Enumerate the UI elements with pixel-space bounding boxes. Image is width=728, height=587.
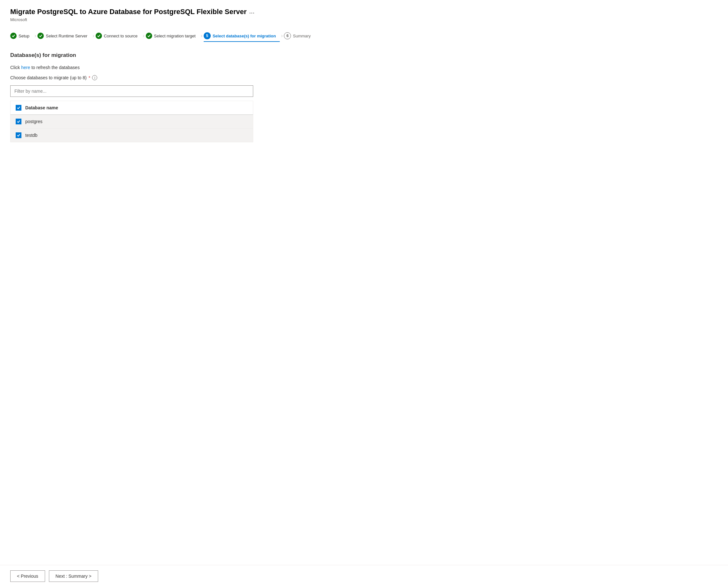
step-check-icon-4 xyxy=(146,32,152,39)
step-label-connect-source: Connect to source xyxy=(104,33,138,38)
step-label-migration-target: Select migration target xyxy=(154,33,196,38)
step-number-icon-6: 6 xyxy=(284,32,291,39)
step-separator-5: › xyxy=(281,33,283,39)
choose-label: Choose databases to migrate (up to 8) * … xyxy=(10,75,718,80)
refresh-text: Click here to refresh the databases xyxy=(10,65,718,70)
database-rows: postgres testdb xyxy=(10,115,253,142)
postgres-db-name: postgres xyxy=(25,119,43,124)
wizard-step-runtime-server[interactable]: Select Runtime Server xyxy=(38,30,91,42)
choose-label-text: Choose databases to migrate (up to 8) xyxy=(10,75,87,80)
step-check-icon-1 xyxy=(10,32,17,39)
db-column-header: Database name xyxy=(25,105,58,110)
wizard-step-migration-target[interactable]: Select migration target xyxy=(146,30,199,42)
next-button[interactable]: Next : Summary > xyxy=(49,570,98,582)
step-check-icon-2 xyxy=(38,32,44,39)
step-label-summary: Summary xyxy=(293,33,311,38)
table-row: postgres xyxy=(10,115,253,128)
step-label-runtime-server: Select Runtime Server xyxy=(46,33,87,38)
required-star: * xyxy=(89,75,90,80)
step-check-icon-3 xyxy=(96,32,102,39)
db-table-header: Database name xyxy=(10,101,253,115)
select-all-checkbox[interactable] xyxy=(16,105,21,111)
step-separator-3: › xyxy=(143,33,144,39)
more-options-icon[interactable]: ··· xyxy=(249,9,255,16)
previous-button[interactable]: < Previous xyxy=(10,570,45,582)
step-label-select-databases: Select database(s) for migration xyxy=(213,33,276,38)
wizard-steps: Setup › Select Runtime Server › Connect … xyxy=(10,30,718,42)
testdb-checkbox[interactable] xyxy=(16,132,21,138)
wizard-step-connect-source[interactable]: Connect to source xyxy=(96,30,142,42)
testdb-db-name: testdb xyxy=(25,133,38,138)
step-label-setup: Setup xyxy=(19,33,29,38)
wizard-step-setup[interactable]: Setup xyxy=(10,30,33,42)
step-separator-1: › xyxy=(34,33,36,39)
wizard-step-summary[interactable]: 6 Summary xyxy=(284,30,314,42)
page-subtitle: Microsoft xyxy=(10,17,718,22)
wizard-step-select-databases[interactable]: 5 Select database(s) for migration xyxy=(204,30,280,42)
refresh-link[interactable]: here xyxy=(21,65,30,70)
page-title: Migrate PostgreSQL to Azure Database for… xyxy=(10,8,246,16)
refresh-text-after: to refresh the databases xyxy=(30,65,79,70)
database-table: Database name postgres testdb xyxy=(10,101,253,142)
postgres-checkbox[interactable] xyxy=(16,119,21,124)
step-separator-2: › xyxy=(92,33,94,39)
section-title: Database(s) for migration xyxy=(10,52,718,58)
step-number-icon-5: 5 xyxy=(204,32,211,39)
table-row: testdb xyxy=(10,128,253,142)
filter-input[interactable] xyxy=(10,85,253,97)
info-icon[interactable]: i xyxy=(92,75,97,80)
step-separator-4: › xyxy=(201,33,203,39)
refresh-text-before: Click xyxy=(10,65,21,70)
footer: < Previous Next : Summary > xyxy=(0,565,728,587)
